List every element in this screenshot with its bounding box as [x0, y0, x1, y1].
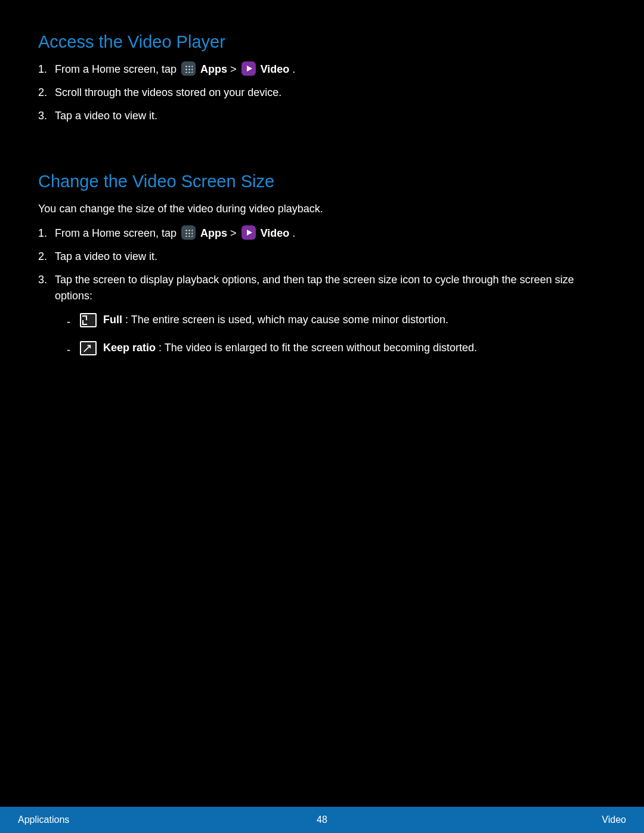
option-full: - Full : The entire screen is used, whic…: [38, 311, 606, 329]
heading-access-video-player: Access the Video Player: [38, 32, 606, 52]
video-icon: [242, 61, 256, 76]
svg-marker-0: [247, 66, 252, 72]
dash-mark: -: [67, 342, 70, 359]
step-2b: 2. Tap a video to view it.: [38, 249, 606, 265]
step-number: 3.: [38, 272, 47, 288]
dash-mark: -: [67, 314, 70, 331]
step-text-pre: From a Home screen, tap: [55, 227, 179, 239]
step-number: 1.: [38, 61, 47, 78]
apps-icon: [181, 225, 196, 240]
fullscreen-icon: [80, 313, 97, 327]
option-label: Keep ratio: [103, 342, 156, 354]
step-text: Tap a video to view it.: [55, 250, 157, 262]
svg-marker-1: [247, 230, 252, 236]
step-text: Scroll through the videos stored on your…: [55, 86, 281, 98]
video-label: Video: [261, 63, 290, 75]
step-number: 3.: [38, 108, 47, 124]
step-text-post: .: [292, 227, 295, 239]
step-text-pre: From a Home screen, tap: [55, 63, 179, 75]
apps-label: Apps: [200, 227, 227, 239]
step-2a: 2. Scroll through the videos stored on y…: [38, 85, 606, 101]
apps-icon: [181, 61, 196, 76]
video-label: Video: [261, 227, 290, 239]
option-text: : The entire screen is used, which may c…: [125, 314, 448, 326]
step-text-mid: >: [230, 227, 240, 239]
keep-ratio-icon: [80, 341, 97, 355]
step-1a: 1. From a Home screen, tap Apps > Video …: [38, 61, 606, 78]
apps-label: Apps: [200, 63, 227, 75]
option-text: : The video is enlarged to fit the scree…: [159, 342, 477, 354]
page-footer: Applications 48 Video: [0, 807, 644, 833]
footer-page-number: 48: [317, 815, 327, 825]
footer-right: Video: [602, 815, 626, 825]
step-3b: 3. Tap the screen to display playback op…: [38, 272, 606, 304]
step-text: Tap the screen to display playback optio…: [55, 274, 574, 302]
heading-change-video-screen-size: Change the Video Screen Size: [38, 172, 606, 191]
option-label: Full: [103, 314, 122, 326]
step-text: Tap a video to view it.: [55, 110, 157, 122]
option-keep-ratio: - Keep ratio : The video is enlarged to …: [38, 339, 606, 357]
intro-paragraph: You can change the size of the video dur…: [38, 201, 606, 217]
step-text-mid: >: [230, 63, 240, 75]
step-number: 2.: [38, 85, 47, 101]
footer-left: Applications: [18, 815, 69, 825]
step-text-post: .: [292, 63, 295, 75]
step-3a: 3. Tap a video to view it.: [38, 108, 606, 124]
step-number: 1.: [38, 225, 47, 241]
step-1b: 1. From a Home screen, tap Apps > Video …: [38, 225, 606, 241]
step-number: 2.: [38, 249, 47, 265]
video-icon: [242, 225, 256, 240]
